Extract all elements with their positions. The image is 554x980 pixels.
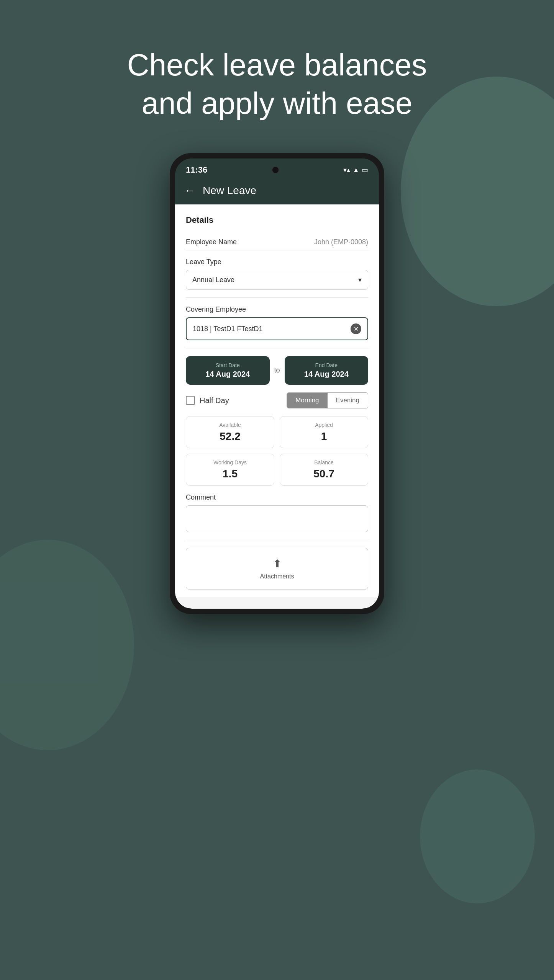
- stats-grid: Available 52.2 Applied 1 Working Days 1.…: [186, 416, 368, 486]
- start-date-button[interactable]: Start Date 14 Aug 2024: [186, 356, 270, 385]
- status-bar: 11:36 ▾▴ ▲ ▭: [175, 158, 379, 178]
- balance-stat-card: Balance 50.7: [280, 454, 368, 486]
- divider-2: [186, 348, 368, 348]
- working-days-label: Working Days: [192, 459, 268, 466]
- start-date-value: 14 Aug 2024: [193, 370, 262, 379]
- employee-name-label: Employee Name: [186, 238, 237, 246]
- end-date-button[interactable]: End Date 14 Aug 2024: [285, 356, 369, 385]
- date-row: Start Date 14 Aug 2024 to End Date 14 Au…: [186, 356, 368, 385]
- upload-icon: ⬆: [273, 557, 282, 570]
- employee-name-value: John (EMP-0008): [314, 238, 368, 246]
- checkbox-icon: [186, 396, 195, 405]
- clear-covering-button[interactable]: ✕: [351, 323, 361, 334]
- covering-employee-group: Covering Employee 1018 | TestD1 FTestD1 …: [186, 305, 368, 340]
- attachments-label: Attachments: [260, 573, 294, 580]
- morning-evening-toggle: Morning Evening: [287, 392, 368, 408]
- working-days-stat-card: Working Days 1.5: [186, 454, 274, 486]
- wifi-icon: ▾▴: [343, 166, 350, 174]
- applied-label: Applied: [286, 422, 362, 428]
- leave-type-label: Leave Type: [186, 258, 368, 266]
- signal-icon: ▲: [352, 166, 359, 174]
- working-days-value: 1.5: [192, 468, 268, 480]
- status-icons: ▾▴ ▲ ▭: [343, 166, 368, 174]
- covering-employee-label: Covering Employee: [186, 305, 368, 314]
- section-title: Details: [186, 215, 368, 225]
- app-title: New Leave: [203, 185, 256, 197]
- comment-input[interactable]: [186, 505, 368, 532]
- app-header: ← New Leave: [175, 178, 379, 204]
- half-day-row: Half Day Morning Evening: [186, 392, 368, 408]
- status-time: 11:36: [186, 165, 207, 175]
- balance-label: Balance: [286, 459, 362, 466]
- leave-type-dropdown[interactable]: Annual Leave ▾: [186, 270, 368, 290]
- phone-mockup: 11:36 ▾▴ ▲ ▭ ← New Leave Details: [170, 153, 384, 614]
- details-section: Details Employee Name John (EMP-0008) Le…: [175, 204, 379, 597]
- back-button[interactable]: ←: [184, 185, 195, 197]
- applied-stat-card: Applied 1: [280, 416, 368, 448]
- end-date-label: End Date: [292, 362, 361, 368]
- comment-label: Comment: [186, 493, 368, 501]
- divider-3: [186, 540, 368, 540]
- leave-type-group: Leave Type Annual Leave ▾: [186, 258, 368, 290]
- start-date-label: Start Date: [193, 362, 262, 368]
- phone-outer-shell: 11:36 ▾▴ ▲ ▭ ← New Leave Details: [170, 153, 384, 614]
- balance-value: 50.7: [286, 468, 362, 480]
- camera-notch: [272, 166, 279, 174]
- phone-screen: 11:36 ▾▴ ▲ ▭ ← New Leave Details: [175, 158, 379, 609]
- battery-icon: ▭: [362, 166, 368, 174]
- evening-button[interactable]: Evening: [328, 393, 368, 408]
- employee-name-row: Employee Name John (EMP-0008): [186, 234, 368, 250]
- half-day-checkbox[interactable]: Half Day: [186, 396, 229, 405]
- available-value: 52.2: [192, 430, 268, 443]
- applied-value: 1: [286, 430, 362, 443]
- leave-type-value: Annual Leave: [192, 276, 234, 284]
- end-date-value: 14 Aug 2024: [292, 370, 361, 379]
- divider-1: [186, 297, 368, 298]
- app-content: Details Employee Name John (EMP-0008) Le…: [175, 204, 379, 609]
- chevron-down-icon: ▾: [358, 276, 362, 284]
- available-label: Available: [192, 422, 268, 428]
- attachments-button[interactable]: ⬆ Attachments: [186, 548, 368, 590]
- covering-employee-value: 1018 | TestD1 FTestD1: [193, 325, 262, 333]
- available-stat-card: Available 52.2: [186, 416, 274, 448]
- date-to-label: to: [274, 366, 280, 374]
- morning-button[interactable]: Morning: [287, 393, 327, 408]
- covering-employee-field[interactable]: 1018 | TestD1 FTestD1 ✕: [186, 317, 368, 340]
- half-day-label: Half Day: [200, 396, 229, 405]
- page-headline: Check leave balances and apply with ease: [105, 46, 449, 122]
